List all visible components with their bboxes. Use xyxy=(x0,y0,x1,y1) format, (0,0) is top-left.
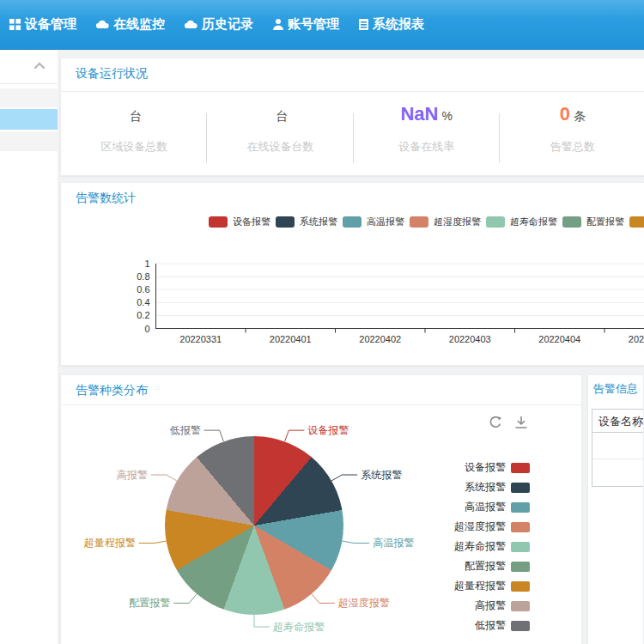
pie-legend-item[interactable]: 超湿度报警 xyxy=(454,517,530,537)
sidebar-collapse-header[interactable] xyxy=(0,50,58,84)
panel-title: 设备运行状况 xyxy=(76,66,148,82)
nav-item-label: 系统报表 xyxy=(373,16,424,33)
stat-unit: % xyxy=(441,109,452,123)
cloud-icon xyxy=(184,19,198,31)
cloud-icon xyxy=(95,19,110,31)
svg-text:0.8: 0.8 xyxy=(137,271,149,282)
svg-text:0.4: 0.4 xyxy=(137,297,149,307)
stat-value: 0 xyxy=(560,103,570,125)
refresh-icon[interactable] xyxy=(488,415,503,434)
sidebar-item[interactable] xyxy=(0,131,58,151)
svg-text:系统报警: 系统报警 xyxy=(361,469,402,481)
nav-item-online-monitoring[interactable]: 在线监控 xyxy=(95,16,165,33)
nav-item-system-report[interactable]: 系统报表 xyxy=(358,16,424,33)
stat-total-devices: 台 区域设备总数 xyxy=(61,103,207,155)
pie-legend-item[interactable]: 高报警 xyxy=(475,596,530,616)
stat-value: NaN xyxy=(400,103,438,125)
table-row[interactable] xyxy=(592,433,644,459)
divider xyxy=(61,91,644,92)
legend-label: 设备报警 xyxy=(465,460,506,475)
svg-text:高报警: 高报警 xyxy=(117,469,148,481)
chart-toolbox xyxy=(488,415,529,434)
svg-text:20220402: 20220402 xyxy=(359,334,401,344)
stat-unit: 条 xyxy=(574,109,586,123)
nav-item-device-management[interactable]: 设备管理 xyxy=(9,16,76,33)
alarm-info-panel: 告警信息 设备名称 xyxy=(587,374,644,644)
alarm-count-panel: 告警数统计 设备报警系统报警高温报警超湿度报警超寿命报警配置报警超量程报警 00… xyxy=(60,182,644,366)
legend-swatch xyxy=(511,542,530,552)
nav-item-label: 历史记录 xyxy=(202,16,253,33)
alarm-type-pie-chart[interactable] xyxy=(165,436,343,615)
alarm-count-line-chart[interactable]: 00.20.40.60.8120220331202204012022040220… xyxy=(61,183,644,366)
legend-swatch xyxy=(511,483,530,493)
nav-item-label: 设备管理 xyxy=(25,16,76,33)
pie-legend: 设备报警系统报警高温报警超湿度报警超寿命报警配置报警超量程报警高报警低报警 xyxy=(439,458,530,635)
download-icon[interactable] xyxy=(513,415,529,434)
svg-text:0.6: 0.6 xyxy=(137,284,149,295)
legend-swatch xyxy=(511,601,530,611)
stat-label: 告警总数 xyxy=(500,139,644,155)
nav-item-account-management[interactable]: 账号管理 xyxy=(272,16,339,33)
svg-text:0.2: 0.2 xyxy=(137,310,149,320)
svg-text:高温报警: 高温报警 xyxy=(373,537,414,549)
svg-text:配置报警: 配置报警 xyxy=(129,597,170,609)
pie-legend-item[interactable]: 超寿命报警 xyxy=(454,537,530,556)
svg-text:20220404: 20220404 xyxy=(538,334,580,344)
table-header-device-name: 设备名称 xyxy=(592,410,644,433)
divider xyxy=(61,404,581,405)
pie-legend-item[interactable]: 超量程报警 xyxy=(454,576,530,596)
svg-text:超湿度报警: 超湿度报警 xyxy=(338,597,390,609)
svg-text:1: 1 xyxy=(144,258,149,269)
pie-legend-item[interactable]: 系统报警 xyxy=(465,477,530,497)
svg-text:低报警: 低报警 xyxy=(170,424,201,436)
panel-title: 告警信息 xyxy=(593,381,638,397)
sidebar-item[interactable] xyxy=(0,88,58,107)
legend-swatch xyxy=(511,502,530,513)
legend-swatch xyxy=(511,621,530,631)
report-icon xyxy=(358,18,369,31)
user-icon xyxy=(272,18,284,31)
legend-label: 超量程报警 xyxy=(454,579,506,593)
nav-item-label: 在线监控 xyxy=(113,16,165,33)
legend-swatch xyxy=(511,562,530,572)
svg-text:20220331: 20220331 xyxy=(179,334,222,344)
top-nav: 设备管理 在线监控 历史记录 账号管理 系统报表 xyxy=(0,0,644,50)
pie-legend-item[interactable]: 设备报警 xyxy=(465,458,530,477)
svg-text:20220403: 20220403 xyxy=(449,334,491,344)
nav-item-history[interactable]: 历史记录 xyxy=(184,16,253,33)
svg-text:20220401: 20220401 xyxy=(270,334,312,344)
svg-text:20220405: 20220405 xyxy=(629,334,644,344)
stat-online-devices: 台 在线设备台数 xyxy=(207,103,353,155)
svg-text:0: 0 xyxy=(144,324,149,334)
pie-legend-item[interactable]: 配置报警 xyxy=(465,556,530,576)
legend-label: 配置报警 xyxy=(465,559,506,574)
legend-label: 系统报警 xyxy=(465,480,506,495)
legend-label: 超寿命报警 xyxy=(454,539,506,554)
pie-legend-item[interactable]: 高温报警 xyxy=(465,497,530,517)
pie-legend-item[interactable]: 低报警 xyxy=(475,616,530,635)
legend-swatch xyxy=(511,522,530,532)
sidebar-item-selected[interactable] xyxy=(0,109,58,130)
panel-title: 告警种类分布 xyxy=(76,383,148,398)
nav-item-label: 账号管理 xyxy=(288,16,339,33)
stat-unit: 台 xyxy=(276,109,288,123)
legend-label: 高报警 xyxy=(475,598,506,613)
device-dashboard: 设备管理 在线监控 历史记录 账号管理 系统报表 设备运行状况 xyxy=(0,0,644,644)
svg-text:超量程报警: 超量程报警 xyxy=(84,537,136,549)
stat-alarm-total: 0条 告警总数 xyxy=(500,103,644,155)
svg-text:设备报警: 设备报警 xyxy=(307,424,349,436)
alarm-info-table: 设备名称 xyxy=(592,409,644,487)
stat-online-rate: NaN% 设备在线率 xyxy=(354,103,500,155)
stat-label: 区域设备总数 xyxy=(61,139,207,155)
table-row[interactable] xyxy=(592,459,644,486)
alarm-type-panel: 告警种类分布 设备报警系统报警高温报警超湿度报警超寿命报警配置报警超量程报警高报… xyxy=(60,374,582,644)
device-status-panel: 设备运行状况 台 区域设备总数 台 在线设备台数 NaN% 设备在线率 0条 告… xyxy=(60,58,644,176)
legend-label: 低报警 xyxy=(475,618,506,633)
legend-label: 高温报警 xyxy=(465,500,506,514)
stat-label: 设备在线率 xyxy=(354,139,500,155)
stats-row: 台 区域设备总数 台 在线设备台数 NaN% 设备在线率 0条 告警总数 xyxy=(61,103,644,155)
stat-label: 在线设备台数 xyxy=(207,139,353,155)
stat-unit: 台 xyxy=(130,109,142,123)
legend-label: 超湿度报警 xyxy=(454,519,506,534)
sidebar xyxy=(0,50,58,644)
